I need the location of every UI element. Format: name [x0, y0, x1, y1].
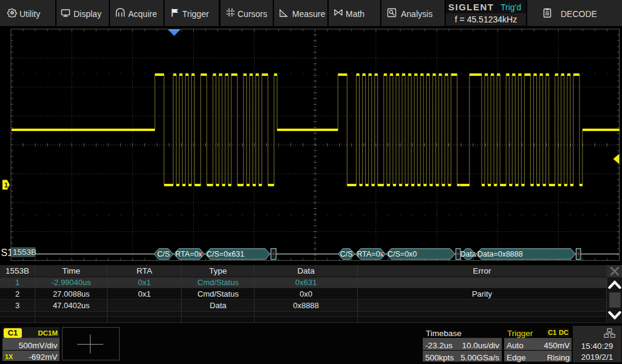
svg-text:C/S=0x0: C/S=0x0	[388, 250, 417, 258]
svg-text:C/S: C/S	[157, 250, 170, 258]
svg-text:RTA=0x: RTA=0x	[176, 250, 203, 258]
svg-text:1553B: 1553B	[13, 248, 36, 257]
svg-text:C/S: C/S	[340, 250, 353, 258]
svg-text:RTA=0x: RTA=0x	[357, 250, 384, 258]
svg-text:Data=0x8888: Data=0x8888	[477, 250, 523, 258]
svg-text:1: 1	[4, 181, 8, 189]
svg-text:C/S=0x631: C/S=0x631	[207, 250, 244, 258]
svg-text:Data: Data	[460, 250, 476, 258]
